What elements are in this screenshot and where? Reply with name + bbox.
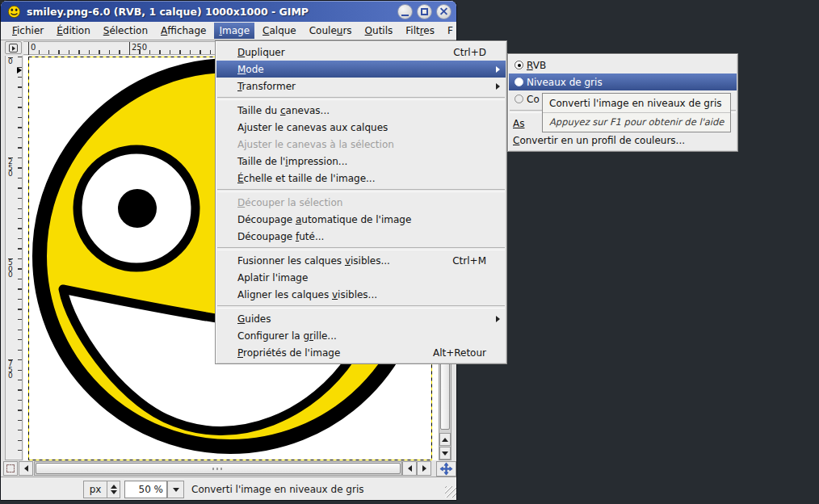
tooltip-hint: Appuyez sur F1 pour obtenir de l'aide [543,112,730,132]
submenu-arrow-icon [496,66,500,73]
window-title: smiley.png-6.0 (RVB, 1 calque) 1000x1000… [27,6,393,18]
horizontal-scrollbar-thumb[interactable] [36,463,401,474]
tooltip: Converti l'image en niveaux de gris Appu… [542,93,731,132]
image-menu-item-proprietes-de-l-image[interactable]: Propriétés de l'imageAlt+Retour [216,344,506,361]
image-menu-item-label: Fusionner les calques visibles... [237,255,390,267]
scroll-right-button[interactable] [417,461,431,476]
app-smiley-icon [7,5,21,19]
menubar-item-couleurs[interactable]: Couleurs [304,23,357,39]
menubar-item-selection[interactable]: Sélection [99,23,153,39]
image-menu-item-label: Découpage futé... [237,231,324,242]
horizontal-scroll-row [1,461,457,477]
menu-bar: FichierÉditionSélectionAffichageImageCal… [1,22,456,40]
image-menu-item-label: Ajuster le canevas à la sélection [237,139,394,150]
resize-grip[interactable] [445,486,456,498]
menubar-item-outils[interactable]: Outils [360,23,398,39]
image-menu-item-decoupage-fute[interactable]: Découpage futé... [216,228,506,245]
menubar-item-fichier[interactable]: Fichier [7,23,48,39]
v-ruler-label: 500 [8,258,13,279]
mode-submenu-item-label: Convertir en un profil de couleurs... [513,135,685,146]
arrow-up-icon [442,438,448,442]
arrow-left-icon [408,465,412,472]
image-menu-item-decouper-la-selection: Découper la sélection [216,194,506,211]
scroll-down-button[interactable] [439,447,451,460]
zoom-value: 50 % [139,484,164,495]
image-menu-item-label: Transformer [237,81,296,92]
image-menu-item-guides[interactable]: Guides [216,310,506,327]
mode-submenu-item-rvb[interactable]: RVB [509,57,737,74]
title-bar[interactable]: smiley.png-6.0 (RVB, 1 calque) 1000x1000… [1,1,456,22]
spinner-up-icon [111,485,117,489]
arrow-left-icon [24,465,28,472]
status-bar: px 50 % Converti l'image en niveaux de g… [1,477,457,500]
unit-selector[interactable]: px [83,481,107,498]
image-menu-item-label: Propriétés de l'image [237,347,340,359]
image-menu-item-label: Dupliquer [237,47,285,58]
chevron-down-icon [173,488,179,492]
scroll-up-button[interactable] [439,433,451,446]
image-menu-item-label: Découpage automatique de l'image [237,214,411,225]
smiley-pupil [118,189,157,228]
pan-four-way-icon [439,462,453,476]
v-ruler-label: 250 [8,158,13,178]
image-menu-item-label: Guides [237,313,271,325]
mode-submenu-item-label: As [513,118,524,129]
image-menu-item-ajuster-le-canevas-a-la-selection: Ajuster le canevas à la sélection [216,136,506,153]
h-ruler-label: 0 [28,42,36,55]
menubar-item-image[interactable]: Image [214,23,254,39]
submenu-arrow-icon [496,83,500,90]
image-menu-item-taille-de-l-impression[interactable]: Taille de l'impression... [216,153,506,170]
unit-label: px [90,484,102,495]
radio-icon [514,78,523,86]
scroll-left-button[interactable] [19,461,33,476]
image-menu-item-label: Configurer la grille... [237,330,337,342]
image-menu-item-taille-du-canevas[interactable]: Taille du canevas... [216,102,506,119]
menubar-item-affichage[interactable]: Affichage [156,23,211,39]
shortcut-label: Ctrl+D [430,47,486,58]
canvas-menu-button[interactable] [5,41,22,54]
image-menu-item-mode[interactable]: Mode [216,61,506,78]
image-menu-panel: DupliquerCtrl+DModeTransformerTaille du … [215,40,507,364]
radio-icon [514,61,523,69]
image-menu-item-dupliquer[interactable]: DupliquerCtrl+D [216,44,506,61]
zoom-input[interactable]: 50 % [124,481,167,498]
arrow-right-icon [422,465,426,472]
pan-navigation-button[interactable] [436,461,456,477]
image-menu-item-aplatir-l-image[interactable]: Aplatir l'image [216,269,506,286]
image-menu-item-transformer[interactable]: Transformer [216,78,506,94]
thumb-grip-icon [212,468,224,470]
minimize-button[interactable] [397,4,413,19]
menubar-item-filtres[interactable]: Filtres [401,23,439,39]
image-menu-item-ajuster-le-canevas-aux-calques[interactable]: Ajuster le canevas aux calques [216,119,506,136]
maximize-button[interactable] [417,4,432,19]
image-menu-item-fusionner-les-calques-visibles[interactable]: Fusionner les calques visibles...Ctrl+M [216,252,506,269]
shortcut-label: Alt+Retour [410,347,486,359]
menubar-item-calque[interactable]: Calque [258,23,301,39]
image-menu-item-aligner-les-calques-visibles[interactable]: Aligner les calques visibles... [216,286,506,303]
horizontal-scrollbar[interactable] [34,461,402,476]
unit-spinner[interactable] [107,481,120,498]
menubar-item-f[interactable]: F [443,23,457,39]
close-button[interactable] [436,4,452,19]
image-menu-item-label: Mode [237,64,264,75]
image-menu-item-label: Découper la sélection [237,197,342,208]
image-menu-separator [216,187,506,194]
image-menu-separator [216,94,506,102]
menubar-item-edition[interactable]: Édition [52,23,95,39]
image-menu-item-decoupage-automatique-de-l-image[interactable]: Découpage automatique de l'image [216,211,506,228]
mode-submenu-item-convertir-en-un-profil-de-couleurs[interactable]: Convertir en un profil de couleurs... [509,132,737,149]
h-ruler-label: 250 [129,42,147,55]
vertical-ruler[interactable]: 0250500750 [5,56,23,460]
image-menu-item-configurer-la-grille[interactable]: Configurer la grille... [216,327,506,344]
image-menu-separator [216,303,506,310]
mode-submenu-item-label: Niveaux de gris [527,77,603,88]
scroll-left-button-2[interactable] [402,461,417,476]
zoom-dropdown-button[interactable] [167,481,184,498]
v-ruler-label: 750 [8,359,13,380]
quick-mask-toggle[interactable] [3,461,18,476]
image-menu-separator [216,245,506,252]
image-menu-item-label: Ajuster le canevas aux calques [237,122,388,133]
image-menu-item-label: Aplatir l'image [237,272,308,284]
image-menu-item-echelle-et-taille-de-l-image[interactable]: Échelle et taille de l'image... [216,170,506,187]
mode-submenu-item-niveaux-de-gris[interactable]: Niveaux de gris [509,74,737,90]
